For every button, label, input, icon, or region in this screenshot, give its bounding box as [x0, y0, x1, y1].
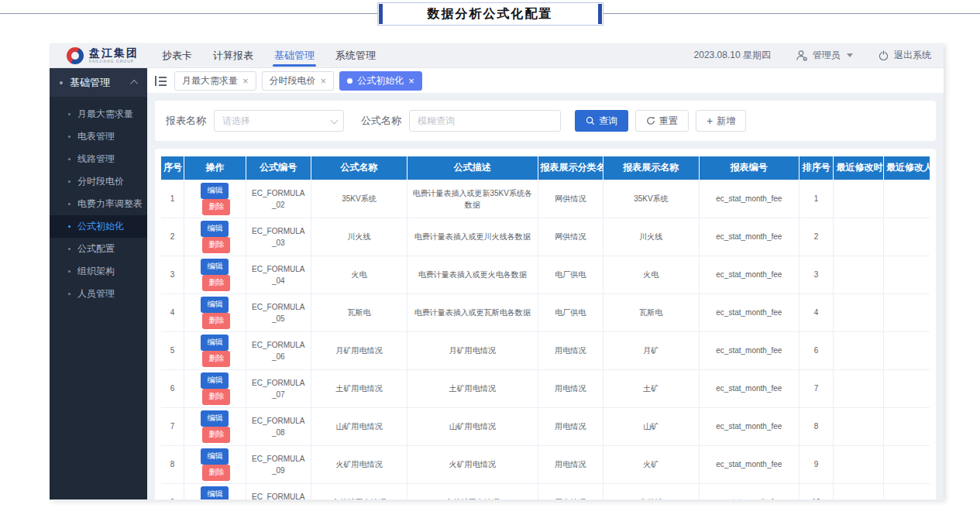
reset-button[interactable]: 重置 [635, 110, 689, 132]
cell-sort-no: 2 [799, 218, 834, 256]
nav-item[interactable]: 计算报表 [213, 43, 253, 67]
report-name-select-input[interactable] [214, 110, 344, 132]
close-icon[interactable]: × [321, 76, 327, 86]
sidebar-item[interactable]: 公式初始化 [50, 215, 147, 238]
collapse-menu-icon[interactable] [155, 76, 167, 86]
delete-button[interactable]: 删除 [202, 427, 230, 443]
sidebar-item-label: 组织架构 [77, 265, 115, 278]
tab[interactable]: 分时段电价× [262, 71, 335, 91]
sidebar-item[interactable]: 公式配置 [50, 238, 147, 260]
cell-report-display-name: 金佳矿 [603, 483, 699, 499]
add-button[interactable]: + 新增 [696, 110, 746, 132]
cell-modified-by [883, 293, 930, 331]
edit-button[interactable]: 编辑 [201, 410, 229, 427]
sidebar-item[interactable]: 人员管理 [50, 283, 147, 305]
cell-sort-no: 7 [799, 369, 834, 407]
cell-formula-desc: 电费计量表插入或更川火线各数据 [407, 218, 538, 256]
delete-button[interactable]: 删除 [202, 275, 230, 291]
cell-report-code: ec_stat_month_fee [699, 483, 799, 499]
report-name-label: 报表名称 [166, 114, 206, 128]
cell-modified-time [834, 218, 883, 256]
sidebar-item[interactable]: 分时段电价 [50, 170, 147, 193]
edit-button[interactable]: 编辑 [201, 372, 229, 389]
formula-name-input[interactable] [409, 110, 561, 132]
cell-report-category: 电厂供电 [538, 293, 603, 331]
table-row: 5编辑删除EC_FORMULA_06月矿用电情况月矿用电情况用电情况月矿ec_s… [161, 331, 930, 369]
sidebar-item[interactable]: 月最大需求量 [50, 103, 147, 125]
refresh-icon [646, 116, 655, 125]
cell-modified-time [834, 483, 883, 499]
delete-button[interactable]: 删除 [202, 313, 230, 329]
sidebar-item[interactable]: 线路管理 [50, 148, 147, 170]
report-name-select[interactable] [214, 110, 344, 132]
sidebar-group-label: 基础管理 [70, 76, 110, 90]
column-header: 排序号 [799, 156, 834, 180]
sidebar-group-basic-management[interactable]: 基础管理 [50, 68, 147, 97]
tab[interactable]: 月最大需求量× [174, 71, 256, 91]
cell-report-category: 用电情况 [538, 407, 603, 445]
bullet-icon [68, 203, 70, 205]
formula-table: 序号操作公式编号公式名称公式描述报表展示分类名报表展示名称报表编号排序号最近修改… [161, 156, 930, 499]
cell-formula-name: 瓦斯电 [311, 293, 407, 331]
delete-button[interactable]: 删除 [202, 465, 230, 481]
power-icon [878, 50, 889, 61]
cell-actions: 编辑删除 [184, 483, 246, 499]
nav-item[interactable]: 基础管理 [274, 43, 315, 67]
cell-formula-name: 川火线 [311, 218, 407, 256]
top-nav: 抄表卡计算报表基础管理系统管理 [162, 43, 376, 67]
cell-formula-desc: 电费计量表插入或更瓦斯电各数据 [407, 293, 538, 331]
user-menu[interactable]: 管理员 [796, 49, 853, 62]
table-row: 9编辑删除EC_FORMULA_10金佳矿用电情况金佳矿用电情况用电情况金佳矿e… [161, 483, 930, 499]
cell-modified-by [883, 407, 930, 445]
edit-button[interactable]: 编辑 [201, 221, 229, 237]
logout-button[interactable]: 退出系统 [878, 49, 931, 62]
delete-button[interactable]: 删除 [202, 389, 230, 405]
edit-button[interactable]: 编辑 [201, 448, 229, 465]
bullet-icon [68, 136, 70, 138]
sidebar-item-label: 人员管理 [77, 287, 115, 300]
cell-sort-no: 1 [799, 180, 834, 218]
sidebar-item[interactable]: 组织架构 [50, 260, 147, 283]
close-icon[interactable]: × [408, 76, 414, 86]
header-date: 2023.08.10 星期四 [694, 49, 771, 62]
close-icon[interactable]: × [242, 76, 249, 86]
cell-modified-time [834, 369, 883, 407]
bullet-icon [68, 158, 70, 160]
edit-button[interactable]: 编辑 [201, 486, 229, 500]
tab[interactable]: 公式初始化× [339, 71, 422, 91]
nav-item[interactable]: 抄表卡 [162, 43, 192, 67]
user-icon [796, 50, 808, 62]
cell-report-display-name: 川火线 [603, 218, 699, 256]
table-row: 3编辑删除EC_FORMULA_04火电电费计量表插入或更火电各数据电厂供电火电… [161, 256, 930, 293]
edit-button[interactable]: 编辑 [201, 259, 229, 275]
edit-button[interactable]: 编辑 [201, 183, 229, 199]
page-title-text: 数据分析公式化配置 [428, 6, 553, 22]
sidebar-item[interactable]: 电表管理 [50, 125, 147, 148]
delete-button[interactable]: 删除 [202, 351, 230, 367]
cell-report-display-name: 瓦斯电 [603, 293, 699, 331]
table-body: 1编辑删除EC_FORMULA_0235KV系统电费计量表插入或更新35KV系统… [161, 180, 930, 499]
filter-bar: 报表名称 公式名称 查询 [155, 101, 936, 141]
column-header: 公式描述 [407, 156, 538, 180]
search-button[interactable]: 查询 [575, 110, 628, 132]
delete-button[interactable]: 删除 [202, 237, 230, 253]
cell-actions: 编辑删除 [184, 256, 246, 293]
cell-sort-no: 10 [799, 483, 834, 499]
cell-report-code: ec_stat_month_fee [699, 331, 799, 369]
cell-modified-by [883, 445, 930, 483]
cell-formula-name: 火矿用电情况 [311, 445, 407, 483]
cell-report-display-name: 月矿 [603, 331, 699, 369]
logo[interactable]: 盘江集团 FANJIANG GROUP [67, 47, 139, 64]
sidebar-item[interactable]: 电费力率调整表 [50, 193, 147, 215]
column-header: 报表展示分类名 [538, 156, 603, 180]
delete-button[interactable]: 删除 [202, 199, 230, 215]
edit-button[interactable]: 编辑 [201, 297, 229, 313]
sidebar-item-label: 电费力率调整表 [77, 197, 143, 211]
nav-item[interactable]: 系统管理 [335, 43, 376, 67]
edit-button[interactable]: 编辑 [201, 335, 229, 351]
page-title: 数据分析公式化配置 [377, 2, 603, 26]
logo-text-en: FANJIANG GROUP [89, 60, 139, 64]
table-header-row: 序号操作公式编号公式名称公式描述报表展示分类名报表展示名称报表编号排序号最近修改… [161, 156, 930, 180]
cell-formula-name: 山矿用电情况 [311, 407, 407, 445]
column-header: 最近修改时间 [834, 156, 883, 180]
